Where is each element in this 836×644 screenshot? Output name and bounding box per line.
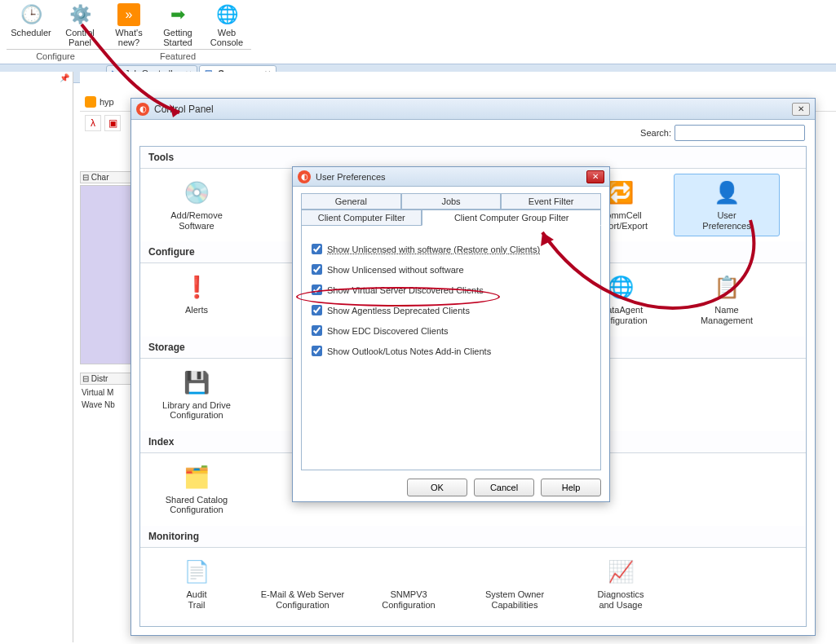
label: Scheduler bbox=[11, 28, 51, 37]
left-panel: 📌 bbox=[0, 72, 73, 83]
ribbon-getting-started[interactable]: ➡ Getting Started bbox=[153, 2, 202, 49]
ribbon: 🕒 Scheduler ⚙️ Control Panel Configure »… bbox=[0, 0, 836, 64]
ribbon-group-configure: 🕒 Scheduler ⚙️ Control Panel Configure bbox=[7, 2, 104, 64]
label: Getting Started bbox=[155, 28, 201, 47]
main-area: hyp λ ▣ bbox=[80, 72, 836, 83]
ribbon-whats-new[interactable]: » What's new? bbox=[104, 2, 153, 49]
clock-icon: 🕒 bbox=[20, 3, 42, 26]
pin-icon[interactable]: 📌 bbox=[60, 73, 69, 82]
rss-icon: » bbox=[117, 3, 140, 26]
label: Web Console bbox=[204, 28, 250, 47]
label: What's new? bbox=[106, 28, 152, 47]
ribbon-control-panel[interactable]: ⚙️ Control Panel bbox=[55, 2, 104, 49]
label: Control Panel bbox=[57, 28, 103, 47]
group-label: Configure bbox=[7, 49, 104, 64]
ribbon-web-console[interactable]: 🌐 Web Console bbox=[202, 2, 251, 49]
ribbon-scheduler[interactable]: 🕒 Scheduler bbox=[7, 2, 55, 49]
ribbon-group-featured: » What's new? ➡ Getting Started 🌐 Web Co… bbox=[104, 2, 251, 64]
globe-icon: 🌐 bbox=[215, 3, 238, 26]
arrow-icon: ➡ bbox=[166, 3, 189, 26]
gear-icon: ⚙️ bbox=[69, 3, 91, 26]
group-label: Featured bbox=[104, 49, 251, 64]
